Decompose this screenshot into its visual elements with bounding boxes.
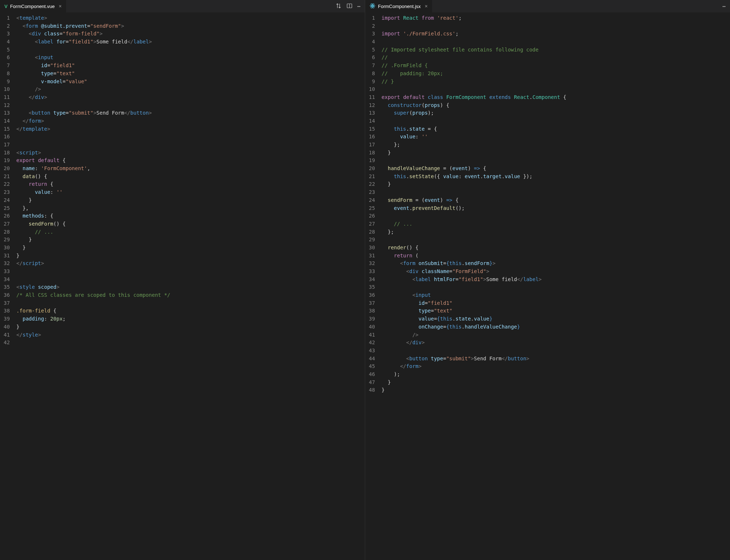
- split-editor-icon[interactable]: [347, 3, 352, 10]
- code-line[interactable]: value: '': [16, 188, 365, 196]
- code-line[interactable]: [16, 299, 365, 307]
- code-line[interactable]: constructor(props) {: [382, 101, 730, 110]
- code-line[interactable]: data() {: [16, 173, 365, 181]
- code-line[interactable]: [16, 141, 365, 149]
- editor-right[interactable]: 1234567891011121314151617181920212223242…: [365, 13, 730, 560]
- code-line[interactable]: import './FormField.css';: [382, 30, 730, 38]
- code-line[interactable]: [382, 38, 730, 46]
- tab-jsx-file[interactable]: FormComponent.jsx ×: [365, 0, 432, 12]
- editor-left[interactable]: 1234567891011121314151617181920212223242…: [0, 13, 365, 560]
- code-line[interactable]: </template>: [16, 125, 365, 133]
- code-line[interactable]: <template>: [16, 14, 365, 22]
- code-line[interactable]: <button type="submit">Send Form</button>: [382, 355, 730, 363]
- code-line[interactable]: </style>: [16, 331, 365, 339]
- code-line[interactable]: );: [382, 371, 730, 379]
- code-line[interactable]: export default {: [16, 157, 365, 165]
- code-line[interactable]: id="field1": [16, 62, 365, 70]
- code-line[interactable]: <label for="field1">Some field</label>: [16, 38, 365, 46]
- code-line[interactable]: [16, 46, 365, 54]
- code-line[interactable]: [16, 268, 365, 276]
- code-line[interactable]: this.setState({ value: event.target.valu…: [382, 173, 730, 181]
- code-line[interactable]: padding: 20px;: [16, 315, 365, 323]
- code-line[interactable]: [382, 85, 730, 93]
- code-line[interactable]: }: [16, 252, 365, 260]
- code-line[interactable]: };: [382, 228, 730, 236]
- code-line[interactable]: }: [382, 180, 730, 188]
- code-line[interactable]: [382, 236, 730, 244]
- code-line[interactable]: import React from 'react';: [382, 14, 730, 22]
- code-line[interactable]: return {: [16, 180, 365, 188]
- code-line[interactable]: id="field1": [382, 299, 730, 307]
- code-line[interactable]: }: [16, 323, 365, 331]
- code-line[interactable]: event.preventDefault();: [382, 204, 730, 212]
- code-line[interactable]: [382, 157, 730, 165]
- code-line[interactable]: </script>: [16, 260, 365, 268]
- compare-icon[interactable]: [336, 3, 341, 10]
- code-line[interactable]: .form-field {: [16, 307, 365, 315]
- code-line[interactable]: },: [16, 204, 365, 212]
- code-line[interactable]: <label htmlFor="field1">Some field</labe…: [382, 276, 730, 284]
- more-icon[interactable]: ⋯: [723, 3, 726, 9]
- code-left[interactable]: <template> <form @submit.prevent="sendFo…: [16, 14, 365, 560]
- code-line[interactable]: <script>: [16, 149, 365, 157]
- code-line[interactable]: super(props);: [382, 109, 730, 117]
- code-line[interactable]: <input: [382, 291, 730, 299]
- code-line[interactable]: export default class FormComponent exten…: [382, 93, 730, 101]
- code-line[interactable]: type="text": [16, 70, 365, 78]
- code-line[interactable]: />: [16, 85, 365, 93]
- code-line[interactable]: [16, 133, 365, 141]
- code-line[interactable]: //: [382, 54, 730, 62]
- code-line[interactable]: type="text": [382, 307, 730, 315]
- code-line[interactable]: };: [382, 141, 730, 149]
- code-line[interactable]: [382, 212, 730, 220]
- code-line[interactable]: }: [382, 379, 730, 387]
- code-line[interactable]: </div>: [16, 93, 365, 101]
- code-line[interactable]: <div class="form-field">: [16, 30, 365, 38]
- code-line[interactable]: onChange={this.handleValueChange}: [382, 323, 730, 331]
- code-line[interactable]: // }: [382, 78, 730, 86]
- more-icon[interactable]: ⋯: [358, 3, 360, 9]
- code-line[interactable]: </div>: [382, 339, 730, 347]
- code-line[interactable]: </form>: [382, 363, 730, 371]
- code-line[interactable]: <button type="submit">Send Form</button>: [16, 109, 365, 117]
- code-line[interactable]: // padding: 20px;: [382, 70, 730, 78]
- code-line[interactable]: // ...: [16, 228, 365, 236]
- close-icon[interactable]: ×: [425, 3, 428, 9]
- code-line[interactable]: name: 'FormComponent',: [16, 165, 365, 173]
- code-right[interactable]: import React from 'react';import './Form…: [382, 14, 730, 560]
- code-line[interactable]: this.state = {: [382, 125, 730, 133]
- code-line[interactable]: <form onSubmit={this.sendForm}>: [382, 260, 730, 268]
- code-line[interactable]: sendForm() {: [16, 220, 365, 228]
- code-line[interactable]: <input: [16, 54, 365, 62]
- code-line[interactable]: handleValueChange = (event) => {: [382, 165, 730, 173]
- code-line[interactable]: [382, 283, 730, 291]
- code-line[interactable]: <div className="FormField">: [382, 268, 730, 276]
- tab-vue-file[interactable]: V FormComponent.vue ×: [0, 0, 66, 12]
- code-line[interactable]: methods: {: [16, 212, 365, 220]
- code-line[interactable]: render() {: [382, 244, 730, 252]
- code-line[interactable]: />: [382, 331, 730, 339]
- code-line[interactable]: /* All CSS classes are scoped to this co…: [16, 291, 365, 299]
- code-line[interactable]: }: [16, 196, 365, 204]
- code-line[interactable]: value={this.state.value}: [382, 315, 730, 323]
- code-line[interactable]: // Imported stylesheet file contains fol…: [382, 46, 730, 54]
- close-icon[interactable]: ×: [59, 3, 62, 9]
- code-line[interactable]: }: [382, 149, 730, 157]
- code-line[interactable]: }: [16, 236, 365, 244]
- code-line[interactable]: [382, 22, 730, 30]
- code-line[interactable]: [16, 339, 365, 347]
- code-line[interactable]: <style scoped>: [16, 283, 365, 291]
- code-line[interactable]: value: '': [382, 133, 730, 141]
- code-line[interactable]: v-model="value": [16, 78, 365, 86]
- code-line[interactable]: }: [382, 386, 730, 394]
- code-line[interactable]: return (: [382, 252, 730, 260]
- code-line[interactable]: [16, 101, 365, 110]
- code-line[interactable]: [382, 188, 730, 196]
- code-line[interactable]: sendForm = (event) => {: [382, 196, 730, 204]
- code-line[interactable]: [382, 117, 730, 125]
- code-line[interactable]: </form>: [16, 117, 365, 125]
- code-line[interactable]: // ...: [382, 220, 730, 228]
- code-line[interactable]: <form @submit.prevent="sendForm">: [16, 22, 365, 30]
- code-line[interactable]: [16, 276, 365, 284]
- code-line[interactable]: // .FormField {: [382, 62, 730, 70]
